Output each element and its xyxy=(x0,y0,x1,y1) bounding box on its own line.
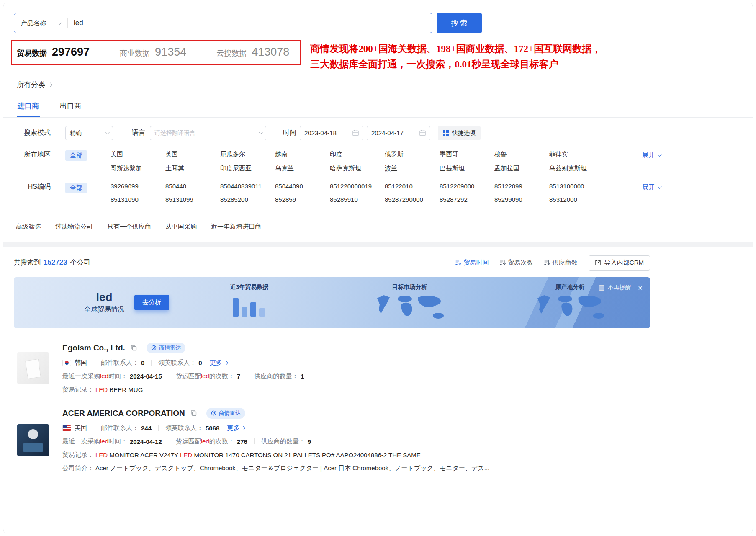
hs-option[interactable]: 85287290000 xyxy=(385,196,440,203)
tab-importers[interactable]: 进口商 xyxy=(17,95,40,117)
search-button[interactable]: 搜 索 xyxy=(437,13,482,33)
filter-link-5[interactable]: 近一年新增进口商 xyxy=(211,223,261,231)
hs-option[interactable]: 39269099 xyxy=(111,183,165,190)
copy-icon[interactable] xyxy=(131,345,137,351)
region-option[interactable]: 厄瓜多尔 xyxy=(220,150,275,158)
company-name[interactable]: ACER AMERICA CORPORATION xyxy=(62,409,185,418)
filter-link-1[interactable]: 高级筛选 xyxy=(16,223,41,231)
filter-links-row: 高级筛选过滤物流公司只有一个供应商从中国采购近一年新增进口商 xyxy=(14,214,650,242)
region-expand-link[interactable]: 展开 xyxy=(642,150,661,159)
hs-option[interactable]: 850440839011 xyxy=(220,183,275,190)
date-from-input[interactable]: 2023-04-18 xyxy=(300,126,363,140)
breadcrumb-label: 所有分类 xyxy=(17,80,45,90)
hs-expand-link[interactable]: 展开 xyxy=(642,183,661,191)
hs-option[interactable]: 85122010 xyxy=(385,183,440,190)
more-link[interactable]: 更多 xyxy=(227,424,245,432)
chevron-down-icon xyxy=(259,130,263,134)
copy-icon[interactable] xyxy=(190,410,197,416)
sort-icon xyxy=(500,260,506,265)
hs-option[interactable]: 8513100000 xyxy=(549,183,604,190)
region-option[interactable]: 土耳其 xyxy=(165,165,220,173)
region-option[interactable]: 哈萨克斯坦 xyxy=(330,165,385,173)
company-name[interactable]: Egoism Co., Ltd. xyxy=(62,343,125,353)
tab-exporters[interactable]: 出口商 xyxy=(59,95,82,117)
search-category-label: 产品名称 xyxy=(21,19,46,27)
region-option[interactable]: 美国 xyxy=(111,150,165,158)
hs-option[interactable]: 851220000019 xyxy=(330,183,385,190)
dismiss-checkbox[interactable] xyxy=(599,285,604,291)
hs-option[interactable]: 85312000 xyxy=(549,196,604,203)
close-icon[interactable]: × xyxy=(638,284,643,292)
company-intro-row: 公司简介： Acer ノートブック、デスクトップ、Chromebook、モニター… xyxy=(62,464,653,472)
hs-option[interactable]: 85299090 xyxy=(494,196,549,203)
banner-col-origin-title: 原产地分析 xyxy=(555,283,585,291)
more-link[interactable]: 更多 xyxy=(210,359,228,367)
radar-badge-label: 商情雷达 xyxy=(159,344,181,352)
search-input-group: 产品名称 xyxy=(14,13,432,33)
filter-link-2[interactable]: 过滤物流公司 xyxy=(55,223,93,231)
region-option[interactable]: 哥斯达黎加 xyxy=(111,165,165,173)
language-select[interactable]: 请选择翻译语言 xyxy=(150,126,266,140)
company-country: 美国 xyxy=(75,424,87,432)
region-option[interactable]: 秘鲁 xyxy=(494,150,549,158)
quick-options-button[interactable]: 快捷选项 xyxy=(438,126,481,140)
region-option[interactable]: 印度尼西亚 xyxy=(220,165,275,173)
hs-option[interactable]: 85122099 xyxy=(494,183,549,190)
found-count: 152723 xyxy=(44,258,67,267)
region-option[interactable]: 乌克兰 xyxy=(275,165,330,173)
filter-link-4[interactable]: 从中国采购 xyxy=(165,223,197,231)
banner-keyword: led xyxy=(84,291,124,304)
region-option[interactable]: 俄罗斯 xyxy=(385,150,440,158)
export-icon xyxy=(595,260,601,266)
tab-cloud-data[interactable]: 云搜数据 413078 xyxy=(216,46,289,59)
region-option-column: 英国土耳其 xyxy=(165,150,220,173)
hs-option[interactable]: 85131090 xyxy=(111,196,165,203)
region-option[interactable]: 越南 xyxy=(275,150,330,158)
region-option[interactable]: 英国 xyxy=(165,150,220,158)
region-option[interactable]: 波兰 xyxy=(385,165,440,173)
region-option[interactable]: 孟加拉国 xyxy=(494,165,549,173)
radar-badge[interactable]: 商情雷达 xyxy=(147,343,185,353)
hs-option[interactable]: 852859 xyxy=(275,196,330,203)
section-divider xyxy=(3,242,753,247)
region-option[interactable]: 巴基斯坦 xyxy=(440,165,494,173)
expand-label: 展开 xyxy=(642,183,655,191)
region-option[interactable]: 墨西哥 xyxy=(440,150,494,158)
expand-label: 展开 xyxy=(642,151,655,159)
company-logo[interactable] xyxy=(17,424,49,456)
company-body: ACER AMERICA CORPORATION 商情雷达 美国 邮件联系人： … xyxy=(62,408,653,472)
tab-label: 云搜数据 xyxy=(216,48,247,58)
filter-row-mode: 搜索模式 精确 语言 请选择翻译语言 时间 2023-04-18 2024-04… xyxy=(14,126,661,140)
hs-option[interactable]: 85131099 xyxy=(165,196,220,203)
date-to-input[interactable]: 2024-04-17 xyxy=(367,126,430,140)
radar-badge[interactable]: 商情雷达 xyxy=(206,408,245,419)
company-logo[interactable] xyxy=(17,352,49,384)
hs-all-pill[interactable]: 全部 xyxy=(65,183,87,193)
filter-link-3[interactable]: 只有一个供应商 xyxy=(107,223,151,231)
search-category-dropdown[interactable]: 产品名称 xyxy=(14,19,67,27)
linkedin-contacts-count: 5068 xyxy=(206,425,219,432)
hs-option[interactable]: 8512209000 xyxy=(440,183,494,190)
import-crm-button[interactable]: 导入内部CRM xyxy=(589,255,650,271)
hs-option[interactable]: 85285910 xyxy=(330,196,385,203)
sort-button-2[interactable]: 贸易次数 xyxy=(500,259,533,267)
region-option[interactable]: 乌兹别克斯坦 xyxy=(549,165,604,173)
search-mode-value: 精确 xyxy=(70,129,82,137)
hs-option[interactable]: 850440 xyxy=(165,183,220,190)
search-input[interactable] xyxy=(68,19,432,27)
hs-option[interactable]: 85287292 xyxy=(440,196,494,203)
sort-button-3[interactable]: 供应商数 xyxy=(544,259,578,267)
search-mode-select[interactable]: 精确 xyxy=(65,126,113,140)
hs-option-column: 851310000085312000 xyxy=(549,183,604,203)
region-option[interactable]: 印度 xyxy=(330,150,385,158)
breadcrumb[interactable]: 所有分类 xyxy=(17,80,753,90)
hs-option[interactable]: 85285200 xyxy=(220,196,275,203)
hs-option[interactable]: 85044090 xyxy=(275,183,330,190)
region-option[interactable]: 菲律宾 xyxy=(549,150,604,158)
region-label: 所在地区 xyxy=(14,150,51,159)
tab-trade-data[interactable]: 贸易数据 297697 xyxy=(17,46,90,59)
tab-business-data[interactable]: 商业数据 91354 xyxy=(120,46,186,59)
sort-button-1[interactable]: 贸易时间 xyxy=(455,259,489,267)
region-all-pill[interactable]: 全部 xyxy=(65,150,87,161)
analyze-button[interactable]: 去分析 xyxy=(134,295,169,310)
